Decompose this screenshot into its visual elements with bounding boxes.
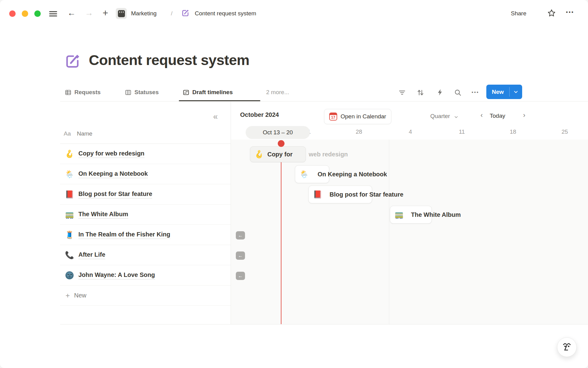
add-new-row-button[interactable]: + New bbox=[60, 286, 231, 306]
chevron-down-icon bbox=[454, 115, 458, 119]
name-column-type-icon: Aa bbox=[64, 130, 71, 137]
timeline-grid-background bbox=[231, 140, 588, 324]
open-in-calendar-button[interactable]: 17 Open in Calendar bbox=[324, 109, 391, 124]
search-icon[interactable] bbox=[454, 89, 462, 97]
bar-overflow-label: The White Album bbox=[411, 206, 461, 224]
row-emoji-icon: 🌚 bbox=[65, 271, 74, 280]
timeline-panel: October 2024 17 Open in Calendar Quarter… bbox=[231, 102, 588, 324]
row-emoji-icon: 📞 bbox=[65, 251, 74, 259]
tab-label: Statuses bbox=[134, 89, 159, 96]
favorite-star-icon[interactable] bbox=[547, 9, 556, 18]
week-label: 4 bbox=[403, 128, 418, 135]
scroll-to-item-left-button[interactable]: ← bbox=[236, 272, 245, 280]
new-row-label: New bbox=[74, 292, 86, 299]
breadcrumb-separator: / bbox=[171, 10, 172, 17]
today-line bbox=[281, 144, 281, 324]
row-emoji-icon: 🌦️ bbox=[65, 170, 74, 178]
row-title[interactable]: The White Album bbox=[78, 211, 128, 219]
page-icon-large[interactable] bbox=[64, 53, 81, 70]
topbar-more-icon[interactable]: ••• bbox=[566, 9, 574, 15]
timeline-bar-copy-for-web-redesign[interactable]: 🪝 Copy for bbox=[250, 146, 306, 162]
row-emoji-icon: 🪝 bbox=[65, 150, 74, 158]
bar-label: Copy for bbox=[267, 151, 292, 158]
filter-icon[interactable] bbox=[398, 89, 406, 97]
left-arrow-icon: ← bbox=[238, 253, 243, 259]
timeline-bottom-border bbox=[60, 324, 588, 324]
page-icon-small bbox=[181, 9, 190, 17]
table-view-icon bbox=[65, 89, 72, 96]
plus-icon: + bbox=[66, 291, 70, 300]
sidebar-menu-icon[interactable] bbox=[49, 10, 57, 17]
week-label: 25 bbox=[557, 128, 572, 135]
close-window-button[interactable] bbox=[9, 10, 16, 17]
zoom-window-button[interactable] bbox=[34, 10, 41, 17]
share-button[interactable]: Share bbox=[511, 10, 526, 17]
tab-label: Draft timelines bbox=[192, 89, 233, 96]
selected-week-range-pill[interactable]: Oct 13 – 20 bbox=[246, 126, 310, 139]
row-emoji-icon: 🚃 bbox=[65, 210, 74, 219]
next-period-icon[interactable]: › bbox=[523, 111, 525, 119]
notion-window: ← → + Marketing / Content request system… bbox=[0, 0, 588, 368]
collapse-panel-icon[interactable]: « bbox=[213, 112, 218, 121]
scroll-to-item-left-button[interactable]: ← bbox=[236, 251, 245, 260]
bar-emoji-icon: 🌦️ bbox=[300, 170, 309, 178]
sort-icon[interactable] bbox=[417, 89, 424, 97]
new-button[interactable]: New bbox=[486, 85, 509, 99]
scroll-to-item-left-button[interactable]: ← bbox=[236, 231, 245, 240]
row-title[interactable]: Copy for web redesign bbox=[78, 150, 145, 158]
bar-overflow-label: Blog post for Star feature bbox=[330, 186, 403, 203]
row-title[interactable]: John Wayne: A Love Song bbox=[78, 271, 155, 279]
week-label: 28 bbox=[351, 128, 367, 135]
table-row[interactable]: 🌚 John Wayne: A Love Song bbox=[60, 265, 231, 286]
workspace-glyph bbox=[118, 10, 125, 17]
row-title[interactable]: On Keeping a Notebook bbox=[78, 170, 148, 178]
bar-emoji-icon: 🚃 bbox=[394, 210, 404, 219]
board-view-icon bbox=[125, 89, 132, 96]
table-row[interactable]: 🧵 In The Realm of the Fisher King bbox=[60, 225, 231, 245]
tab-draft-timelines[interactable]: Draft timelines bbox=[183, 85, 233, 100]
name-column-header[interactable]: Name bbox=[77, 130, 92, 137]
left-arrow-icon: ← bbox=[238, 273, 243, 279]
previous-period-icon[interactable]: ‹ bbox=[481, 111, 483, 119]
back-icon[interactable]: ← bbox=[67, 9, 76, 17]
row-title[interactable]: In The Realm of the Fisher King bbox=[78, 231, 170, 239]
tab-statuses[interactable]: Statuses bbox=[125, 85, 159, 100]
automations-lightning-icon[interactable] bbox=[436, 88, 444, 96]
timeline-month-label: October 2024 bbox=[240, 111, 279, 118]
workspace-icon[interactable] bbox=[116, 8, 127, 19]
open-in-calendar-label: Open in Calendar bbox=[341, 113, 386, 120]
minimize-window-button[interactable] bbox=[22, 10, 28, 17]
timeline-zoom-select[interactable]: Quarter bbox=[430, 113, 450, 120]
week-label: 18 bbox=[505, 128, 521, 135]
today-button[interactable]: Today bbox=[490, 113, 505, 119]
page-title[interactable]: Content request system bbox=[89, 52, 249, 68]
tab-more[interactable]: 2 more... bbox=[266, 89, 289, 96]
breadcrumb-page[interactable]: Content request system bbox=[195, 10, 256, 17]
left-arrow-icon: ← bbox=[238, 233, 243, 238]
ai-face-icon bbox=[562, 342, 572, 353]
panel-separator bbox=[231, 102, 231, 324]
table-row[interactable]: 📕 Blog post for Star feature bbox=[60, 184, 231, 205]
today-dot[interactable] bbox=[278, 140, 285, 147]
notion-ai-button[interactable] bbox=[557, 337, 577, 357]
row-title[interactable]: Blog post for Star feature bbox=[78, 190, 152, 198]
table-row[interactable]: 🌦️ On Keeping a Notebook bbox=[60, 164, 231, 184]
table-row[interactable]: 🪝 Copy for web redesign bbox=[60, 144, 231, 164]
table-row[interactable]: 📞 After Life bbox=[60, 245, 231, 265]
timeline-view-icon bbox=[183, 89, 190, 96]
new-split-button: New bbox=[486, 85, 522, 99]
new-button-label: New bbox=[492, 89, 504, 95]
row-emoji-icon: 📕 bbox=[65, 190, 74, 199]
month-separator-line bbox=[389, 140, 389, 324]
new-page-plus-icon[interactable]: + bbox=[103, 8, 108, 18]
view-options-icon[interactable]: ••• bbox=[472, 90, 479, 95]
timeline-table-panel: « Aa Name 🪝 Copy for web redesign 🌦️ On … bbox=[60, 102, 231, 324]
tab-requests[interactable]: Requests bbox=[65, 85, 101, 100]
row-emoji-icon: 🧵 bbox=[65, 231, 74, 239]
new-button-chevron[interactable] bbox=[510, 85, 522, 99]
breadcrumb-workspace[interactable]: Marketing bbox=[131, 10, 156, 17]
table-row[interactable]: 🚃 The White Album bbox=[60, 205, 231, 225]
row-title[interactable]: After Life bbox=[78, 251, 105, 259]
forward-icon[interactable]: → bbox=[85, 9, 93, 17]
bar-emoji-icon: 📕 bbox=[313, 190, 322, 199]
